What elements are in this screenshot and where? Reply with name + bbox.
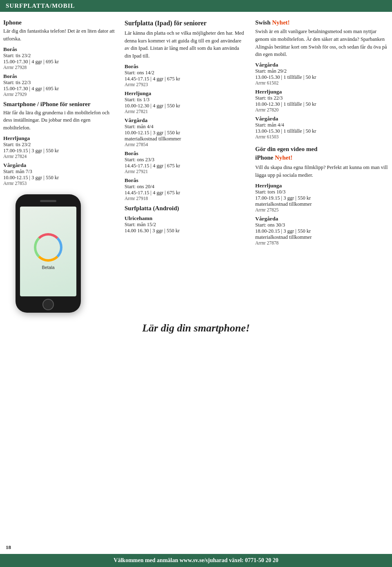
col2-vargarda-arrnr: Arrnr 27854 bbox=[125, 142, 245, 147]
col3-herrljunga2: Herrljunga Start: tors 10/3 17.00-19.15 … bbox=[255, 182, 389, 212]
col3-herrljunga1: Herrljunga Start: tis 22/3 10.00-12.30 |… bbox=[255, 89, 389, 112]
col3-vargarda1-details: 13.00-15.30 | 1 tillfälle | 50 kr bbox=[255, 74, 389, 80]
video-title: Gör din egen video med iPhone Nyhet! bbox=[255, 145, 389, 162]
phone-label: Betala bbox=[42, 265, 54, 270]
iphone-body: Lär dig din fantastiska telefon! Det är … bbox=[3, 27, 115, 43]
col3-vargarda1-name: Vårgårda bbox=[255, 62, 389, 68]
page-number: 18 bbox=[6, 544, 11, 551]
col3-vargarda2-details: 13.00-15.30 | 1 tillfälle | 50 kr bbox=[255, 128, 389, 134]
col2-ulricehamn-details: 14.00 16.30 | 3 ggr | 550 kr bbox=[125, 228, 245, 234]
col3-vargarda3-details: 18.00-20.15 | 3 ggr | 550 kr bbox=[255, 228, 389, 234]
col3-vargarda3-arrnr: Arrnr 27878 bbox=[255, 240, 389, 245]
column-2: Surfplatta (Ipad) för seniorer Lär känna… bbox=[120, 16, 250, 315]
phone-speaker bbox=[40, 200, 56, 202]
col1-boras1: Borås Start: tis 23/2 15.00-17.30 | 4 gg… bbox=[3, 46, 115, 70]
col2-boras1-details: 14.45-17.15 | 4 ggr | 675 kr bbox=[125, 76, 245, 82]
col2-vargarda: Vårgårda Start: mån 4/4 10.00-12.15 | 3 … bbox=[125, 117, 245, 147]
col3-herrljunga2-extra: materialkostnad tillkommer bbox=[255, 201, 389, 207]
col2-herrljunga-name: Herrljunga bbox=[125, 90, 245, 97]
iphone-title: Iphone bbox=[3, 19, 115, 26]
tagline: Lär dig din smartphone! bbox=[0, 322, 392, 334]
android-section: Surfplatta (Android) bbox=[125, 205, 245, 212]
footer-bar: Välkommen med anmälan www.sv.se/sjuharad… bbox=[0, 554, 392, 567]
swish-title-text: Swish bbox=[255, 19, 271, 26]
phone-outer: Betala bbox=[16, 194, 81, 313]
swish-title: Swish Nyhet! bbox=[255, 19, 389, 26]
col3-herrljunga2-name: Herrljunga bbox=[255, 182, 389, 189]
col1-herrljunga: Herrljunga Start: tis 23/2 17.00-19.15 |… bbox=[3, 135, 115, 159]
col3-vargarda2: Vårgårda Start: mån 4/4 13.00-15.30 | 1 … bbox=[255, 116, 389, 139]
col3-vargarda1-arrnr: Arrnr 61502 bbox=[255, 80, 389, 85]
phone-circle-icon bbox=[34, 233, 62, 262]
col2-herrljunga: Herrljunga Start: tis 1/3 10.00-12.30 | … bbox=[125, 90, 245, 114]
col2-boras1-arrnr: Arrnr 27923 bbox=[125, 82, 245, 87]
smartphone-title: Smartphone / iPhone för seniorer bbox=[3, 101, 115, 108]
main-content: Iphone Lär dig din fantastiska telefon! … bbox=[0, 12, 392, 315]
col1-herrljunga-details: 17.00-19.15 | 3 ggr | 550 kr bbox=[3, 148, 115, 154]
col2-herrljunga-arrnr: Arrnr 27821 bbox=[125, 109, 245, 114]
col3-herrljunga2-start: Start: tors 10/3 bbox=[255, 189, 389, 195]
col1-boras1-name: Borås bbox=[3, 46, 115, 53]
col3-vargarda3-extra: materialkostnad tillkommer bbox=[255, 234, 389, 240]
iphone-image: Betala bbox=[3, 192, 93, 315]
col1-vargarda-name: Vårgårda bbox=[3, 162, 115, 169]
col3-vargarda3-name: Vårgårda bbox=[255, 216, 389, 222]
col3-vargarda1-start: Start: mån 29/2 bbox=[255, 68, 389, 74]
col3-herrljunga1-name: Herrljunga bbox=[255, 89, 389, 95]
col2-ulricehamn-start: Start: mån 15/2 bbox=[125, 222, 245, 228]
col1-boras1-arrnr: Arrnr 27928 bbox=[3, 65, 115, 70]
col3-vargarda1: Vårgårda Start: mån 29/2 13.00-15.30 | 1… bbox=[255, 62, 389, 85]
footer-text: Välkommen med anmälan www.sv.se/sjuharad… bbox=[114, 557, 278, 563]
phone-screen: Betala bbox=[20, 207, 76, 296]
android-title: Surfplatta (Android) bbox=[125, 205, 245, 212]
col1-vargarda: Vårgårda Start: mån 7/3 10.00-12.15 | 3 … bbox=[3, 162, 115, 186]
video-section: Gör din egen video med iPhone Nyhet! Vil… bbox=[255, 145, 389, 179]
header-bar: SURFPLATTA/MOBIL bbox=[0, 0, 392, 12]
swish-section: Swish Nyhet! Swish är en allt vanligare … bbox=[255, 19, 389, 58]
col1-boras1-start: Start: tis 23/2 bbox=[3, 53, 115, 59]
column-3: Swish Nyhet! Swish är en allt vanligare … bbox=[250, 16, 389, 315]
col3-vargarda3: Vårgårda Start: ons 30/3 18.00-20.15 | 3… bbox=[255, 216, 389, 245]
col3-herrljunga1-arrnr: Arrnr 27820 bbox=[255, 107, 389, 112]
col2-vargarda-details: 10.00-12.15 | 3 ggr | 550 kr bbox=[125, 130, 245, 136]
col2-herrljunga-details: 10.00-12.30 | 4 ggr | 550 kr bbox=[125, 103, 245, 109]
col1-boras1-details: 15.00-17.30 | 4 ggr | 695 kr bbox=[3, 59, 115, 65]
col3-vargarda2-name: Vårgårda bbox=[255, 116, 389, 122]
surfplatta-title: Surfplatta (Ipad) för seniorer bbox=[125, 19, 245, 28]
smartphone-body: Här får du lära dig grunderna i din mobi… bbox=[3, 109, 115, 132]
col1-boras2-details: 15.00-17.30 | 4 ggr | 695 kr bbox=[3, 86, 115, 92]
col2-boras3-name: Borås bbox=[125, 177, 245, 184]
col2-ulricehamn: Ulricehamn Start: mån 15/2 14.00 16.30 |… bbox=[125, 215, 245, 234]
col3-herrljunga2-arrnr: Arrnr 27825 bbox=[255, 207, 389, 212]
phone-home-button bbox=[42, 299, 54, 310]
col2-boras1: Borås Start: ons 14/2 14.45-17.15 | 4 gg… bbox=[125, 63, 245, 87]
col2-boras2-name: Borås bbox=[125, 150, 245, 157]
col2-boras3: Borås Start: ons 20/4 14.45-17.15 | 4 gg… bbox=[125, 177, 245, 201]
swish-body: Swish är en allt vanligare betalningsmet… bbox=[255, 28, 389, 58]
col1-vargarda-start: Start: mån 7/3 bbox=[3, 169, 115, 175]
surfplatta-body: Lär känna din platta och se vilka möjlig… bbox=[125, 29, 245, 60]
col2-boras1-start: Start: ons 14/2 bbox=[125, 70, 245, 76]
surfplatta-section: Surfplatta (Ipad) för seniorer Lär känna… bbox=[125, 19, 245, 60]
col1-vargarda-arrnr: Arrnr 27853 bbox=[3, 181, 115, 186]
col1-herrljunga-arrnr: Arrnr 27824 bbox=[3, 154, 115, 159]
col2-boras3-start: Start: ons 20/4 bbox=[125, 184, 245, 190]
col2-vargarda-name: Vårgårda bbox=[125, 117, 245, 124]
col1-herrljunga-name: Herrljunga bbox=[3, 135, 115, 142]
col2-boras3-arrnr: Arrnr 27918 bbox=[125, 196, 245, 201]
col2-vargarda-extra: materialkostnad tillkommer bbox=[125, 136, 245, 142]
video-nyhet: Nyhet! bbox=[275, 154, 292, 161]
col2-boras1-name: Borås bbox=[125, 63, 245, 70]
col3-vargarda2-start: Start: mån 4/4 bbox=[255, 122, 389, 128]
col1-boras2: Borås Start: tis 22/3 15.00-17.30 | 4 gg… bbox=[3, 73, 115, 97]
video-title2: iPhone bbox=[255, 154, 273, 161]
col1-boras2-name: Borås bbox=[3, 73, 115, 80]
col2-vargarda-start: Start: mån 4/4 bbox=[125, 124, 245, 130]
col1-herrljunga-start: Start: tis 23/2 bbox=[3, 142, 115, 148]
col1-vargarda-details: 10.00-12.15 | 3 ggr | 550 kr bbox=[3, 175, 115, 181]
column-1: Iphone Lär dig din fantastiska telefon! … bbox=[3, 16, 120, 315]
col3-herrljunga1-start: Start: tis 22/3 bbox=[255, 95, 389, 101]
col1-boras2-arrnr: Arrnr 27929 bbox=[3, 92, 115, 97]
col2-boras2-start: Start: ons 23/3 bbox=[125, 157, 245, 163]
col1-boras2-start: Start: tis 22/3 bbox=[3, 80, 115, 86]
